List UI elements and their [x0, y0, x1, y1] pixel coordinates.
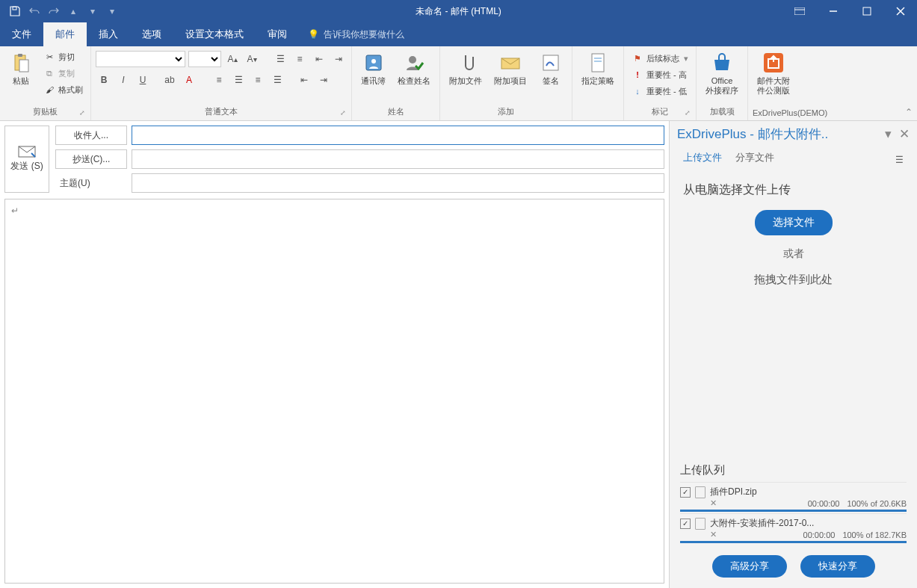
align-center-icon[interactable]: ☰ — [230, 72, 247, 88]
highlight-icon[interactable]: ab — [161, 72, 178, 88]
ribbon-group-clipboard: 粘贴 ✂剪切 ⧉复制 🖌格式刷 剪贴板 ⤢ — [0, 46, 91, 120]
title-bar: ▴ ▾ ▾ 未命名 - 邮件 (HTML) — [0, 0, 917, 22]
minimize-icon[interactable] — [816, 0, 850, 22]
shrink-font-icon[interactable]: A▾ — [244, 51, 260, 67]
signature-button[interactable]: 签名 — [534, 49, 567, 87]
undo-icon[interactable] — [25, 2, 43, 20]
qat-customize-icon[interactable]: ▾ — [103, 2, 121, 20]
remove-item-icon[interactable]: ✕ — [710, 498, 717, 508]
followup-button[interactable]: ⚑后续标志▾ — [629, 51, 691, 66]
paste-button[interactable]: 粘贴 — [4, 49, 37, 87]
or-text: 或者 — [783, 247, 804, 261]
font-family-select[interactable] — [96, 51, 185, 67]
subject-input[interactable] — [132, 173, 664, 193]
tab-mail[interactable]: 邮件 — [43, 22, 87, 46]
remove-item-icon[interactable]: ✕ — [710, 530, 717, 539]
bullets-icon[interactable]: ☰ — [272, 51, 288, 67]
copy-button[interactable]: ⧉复制 — [40, 66, 86, 81]
format-painter-button[interactable]: 🖌格式刷 — [40, 82, 86, 97]
svg-rect-15 — [592, 54, 604, 72]
hamburger-icon[interactable]: ☰ — [895, 155, 904, 165]
to-input[interactable] — [132, 126, 664, 145]
ribbon-display-icon[interactable] — [782, 0, 816, 22]
align-right-icon[interactable]: ≡ — [250, 72, 266, 88]
list-item: ✓ 大附件-安装插件-2017-0... ✕ 00:00:00 100% of … — [680, 513, 907, 545]
panel-title: ExDrivePlus - 邮件大附件.. — [677, 126, 828, 143]
svg-rect-8 — [18, 54, 22, 57]
cc-button[interactable]: 抄送(C)... — [55, 149, 127, 169]
ribbon-group-font: A▴ A▾ ☰ ≡ ⇤ ⇥ B I U ab A ≡ ☰ ≡ ☰ — [91, 46, 352, 120]
close-icon[interactable] — [883, 0, 917, 22]
compose-area: 发送 (S) 收件人... 抄送(C)... 主题(U) ↵ — [0, 121, 917, 588]
quick-share-button[interactable]: 快速分享 — [800, 555, 875, 578]
cut-button[interactable]: ✂剪切 — [40, 49, 86, 64]
checkbox[interactable]: ✓ — [680, 519, 691, 529]
grow-font-icon[interactable]: A▴ — [224, 51, 241, 67]
indent-icon[interactable]: ⇥ — [330, 51, 347, 67]
font-size-select[interactable] — [188, 51, 221, 67]
tell-me-search[interactable]: 💡 告诉我你想要做什么 — [299, 22, 404, 46]
address-book-icon — [362, 51, 386, 75]
send-icon — [18, 146, 36, 158]
office-addins-button[interactable]: Office 外接程序 — [701, 49, 743, 97]
attach-item-button[interactable]: 附加项目 — [490, 49, 531, 87]
tab-options[interactable]: 选项 — [130, 22, 173, 46]
decrease-indent-icon[interactable]: ⇤ — [296, 72, 312, 88]
align-left-icon[interactable]: ≡ — [211, 72, 227, 88]
dialog-launcher-icon[interactable]: ⤢ — [79, 109, 88, 118]
dialog-launcher-icon[interactable]: ⤢ — [340, 109, 349, 118]
importance-low-icon: ↓ — [632, 85, 643, 97]
importance-low-button[interactable]: ↓重要性 - 低 — [629, 84, 691, 99]
chevron-up-icon[interactable]: ▴ — [64, 2, 82, 20]
send-button[interactable]: 发送 (S) — [4, 126, 49, 193]
bold-icon[interactable]: B — [96, 72, 112, 88]
maximize-icon[interactable] — [850, 0, 883, 22]
assign-policy-button[interactable]: 指定策略 — [577, 49, 619, 87]
tab-file[interactable]: 文件 — [0, 22, 43, 46]
paperclip-icon — [454, 51, 478, 75]
numbering-icon[interactable]: ≡ — [291, 51, 308, 67]
importance-high-button[interactable]: !重要性 - 高 — [629, 67, 691, 82]
check-names-button[interactable]: 检查姓名 — [393, 49, 435, 87]
dialog-launcher-icon[interactable]: ⤢ — [685, 109, 694, 118]
outdent-icon[interactable]: ⇤ — [311, 51, 327, 67]
file-icon — [695, 518, 705, 530]
check-names-icon — [402, 51, 426, 75]
font-color-icon[interactable]: A — [181, 72, 197, 88]
select-file-button[interactable]: 选择文件 — [755, 210, 833, 235]
tab-share[interactable]: 分享文件 — [735, 151, 774, 169]
attach-file-button[interactable]: 附加文件 — [445, 49, 487, 87]
upload-progress: 100% of 20.6KB — [847, 499, 907, 508]
redo-icon[interactable] — [45, 2, 63, 20]
upload-time: 00:00:00 — [808, 499, 840, 508]
signature-icon — [539, 51, 563, 75]
save-icon[interactable] — [6, 2, 24, 20]
tab-review[interactable]: 审阅 — [256, 22, 299, 46]
checkbox[interactable]: ✓ — [680, 487, 691, 498]
collapse-ribbon-icon[interactable]: ⌃ — [905, 107, 913, 117]
panel-dropdown-icon[interactable]: ▾ — [885, 126, 892, 142]
underline-icon[interactable]: U — [135, 72, 151, 88]
message-body[interactable]: ↵ — [4, 199, 664, 584]
ribbon-group-exdrive: 邮件大附 件公测版 ExDrivePlus(DEMO) — [748, 46, 832, 120]
advanced-share-button[interactable]: 高级分享 — [712, 555, 787, 578]
panel-close-icon[interactable]: ✕ — [899, 126, 910, 142]
address-book-button[interactable]: 通讯簿 — [356, 49, 390, 87]
italic-icon[interactable]: I — [115, 72, 132, 88]
ribbon-group-addins: Office 外接程序 加载项 — [697, 46, 748, 120]
to-button[interactable]: 收件人... — [55, 126, 127, 145]
tab-upload[interactable]: 上传文件 — [683, 151, 722, 169]
justify-icon[interactable]: ☰ — [269, 72, 285, 88]
progress-bar — [680, 541, 907, 543]
tab-format[interactable]: 设置文本格式 — [173, 22, 256, 46]
chevron-down-icon[interactable]: ▾ — [84, 2, 102, 20]
cc-input[interactable] — [132, 149, 664, 169]
increase-indent-icon[interactable]: ⇥ — [315, 72, 332, 88]
tab-insert[interactable]: 插入 — [87, 22, 130, 46]
exdrive-button[interactable]: 邮件大附 件公测版 — [753, 49, 794, 97]
upload-progress: 100% of 182.7KB — [842, 530, 907, 539]
drag-hint: 拖拽文件到此处 — [754, 273, 833, 287]
svg-rect-1 — [794, 7, 805, 15]
file-name: 插件DPI.zip — [710, 486, 757, 498]
file-name: 大附件-安装插件-2017-0... — [710, 517, 814, 530]
